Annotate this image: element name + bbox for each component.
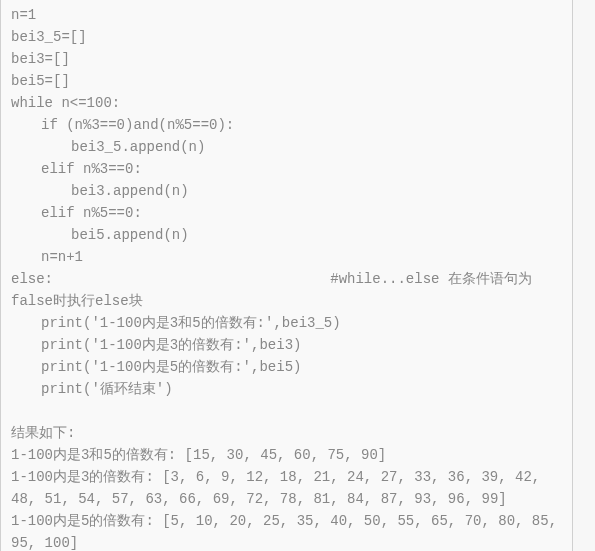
code-line: n=1 — [11, 4, 562, 26]
code-line: if (n%3==0)and(n%5==0): — [11, 114, 562, 136]
blank-line — [11, 400, 562, 422]
code-line: print('1-100内是5的倍数有:',bei5) — [11, 356, 562, 378]
output-line: 1-100内是5的倍数有: [5, 10, 20, 25, 35, 40, 50… — [11, 510, 562, 551]
code-line: bei5.append(n) — [11, 224, 562, 246]
code-line: elif n%3==0: — [11, 158, 562, 180]
code-line: n=n+1 — [11, 246, 562, 268]
code-line: print('1-100内是3和5的倍数有:',bei3_5) — [11, 312, 562, 334]
code-line: elif n%5==0: — [11, 202, 562, 224]
output-header: 结果如下: — [11, 422, 562, 444]
code-line: bei3.append(n) — [11, 180, 562, 202]
code-line: else: #while...else 在条件语句为false时执行else块 — [11, 268, 562, 312]
code-line: print('循环结束') — [11, 378, 562, 400]
code-block: n=1 bei3_5=[] bei3=[] bei5=[] while n<=1… — [0, 0, 573, 551]
output-line: 1-100内是3和5的倍数有: [15, 30, 45, 60, 75, 90] — [11, 444, 562, 466]
code-line: bei5=[] — [11, 70, 562, 92]
code-line: while n<=100: — [11, 92, 562, 114]
code-line: bei3_5=[] — [11, 26, 562, 48]
output-line: 1-100内是3的倍数有: [3, 6, 9, 12, 18, 21, 24, … — [11, 466, 562, 510]
code-line: bei3_5.append(n) — [11, 136, 562, 158]
code-line: print('1-100内是3的倍数有:',bei3) — [11, 334, 562, 356]
code-line: bei3=[] — [11, 48, 562, 70]
